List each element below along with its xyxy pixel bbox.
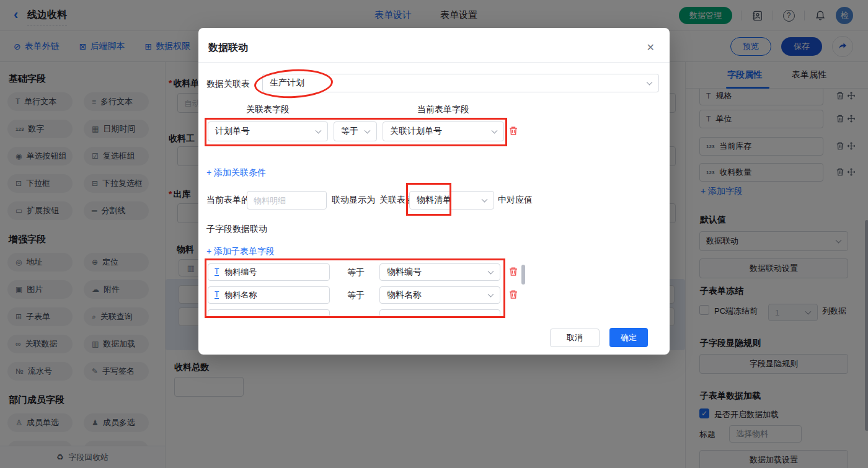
data-linkage-dialog: 数据联动 ✕ 数据关联表 生产计划 关联表字段 当前表单字段 计划单号 等于 关… [198, 28, 670, 355]
condition-target-select[interactable]: 关联计划单号 [383, 121, 504, 141]
chevron-down-icon [488, 291, 494, 298]
relation-field-select[interactable]: 物料清单 [409, 191, 494, 210]
condition-field-select[interactable]: 计划单号 [208, 121, 328, 141]
subfield-source-partial[interactable] [208, 309, 330, 316]
delete-subfield-icon[interactable] [508, 266, 518, 277]
add-condition-link[interactable]: + 添加关联条件 [206, 167, 266, 179]
relation-table-label: 数据关联表 [206, 79, 250, 90]
chevron-down-icon [482, 196, 488, 203]
chevron-down-icon [316, 128, 322, 134]
text-icon: T [215, 268, 219, 276]
chevron-down-icon [492, 128, 498, 134]
relation-table-select[interactable]: 生产计划 [262, 74, 659, 92]
current-form-field-input[interactable] [247, 191, 327, 210]
subfield-target-material-name[interactable]: 物料名称 [379, 286, 500, 304]
corresponding-value-label: 中对应值 [498, 195, 533, 206]
column-header-left: 关联表字段 [208, 104, 328, 115]
subfield-target-material-no[interactable]: 物料编号 [379, 263, 500, 281]
subrows-scrollbar[interactable] [521, 265, 525, 285]
subfield-linkage-label: 子字段数据联动 [206, 224, 267, 235]
operator-label: 等于 [347, 290, 365, 301]
chevron-down-icon [365, 128, 371, 134]
current-form-label: 当前表单的 [206, 195, 250, 206]
subfield-source-material-no[interactable]: T物料编号 [208, 263, 330, 281]
text-icon: T [215, 291, 219, 299]
add-subform-field-link[interactable]: + 添加子表单字段 [206, 246, 275, 257]
subfield-source-material-name[interactable]: T物料名称 [208, 286, 330, 304]
subfield-rows: T物料编号 等于 物料编号 T物料名称 等于 物料名称 [198, 262, 530, 316]
cancel-button[interactable]: 取消 [550, 329, 600, 347]
chevron-down-icon [488, 268, 494, 275]
subfield-target-partial[interactable] [379, 309, 500, 316]
dialog-title: 数据联动 [208, 42, 248, 55]
confirm-button[interactable]: 确定 [609, 328, 648, 347]
delete-subfield-icon[interactable] [508, 289, 518, 300]
condition-operator-select[interactable]: 等于 [334, 121, 377, 141]
divider [198, 62, 670, 63]
linkage-display-label: 联动显示为 [332, 195, 375, 206]
delete-condition-icon[interactable] [508, 125, 518, 136]
close-icon[interactable]: ✕ [647, 42, 655, 53]
chevron-down-icon [647, 79, 653, 86]
operator-label: 等于 [347, 267, 365, 278]
column-header-right: 当前表单字段 [383, 104, 504, 115]
